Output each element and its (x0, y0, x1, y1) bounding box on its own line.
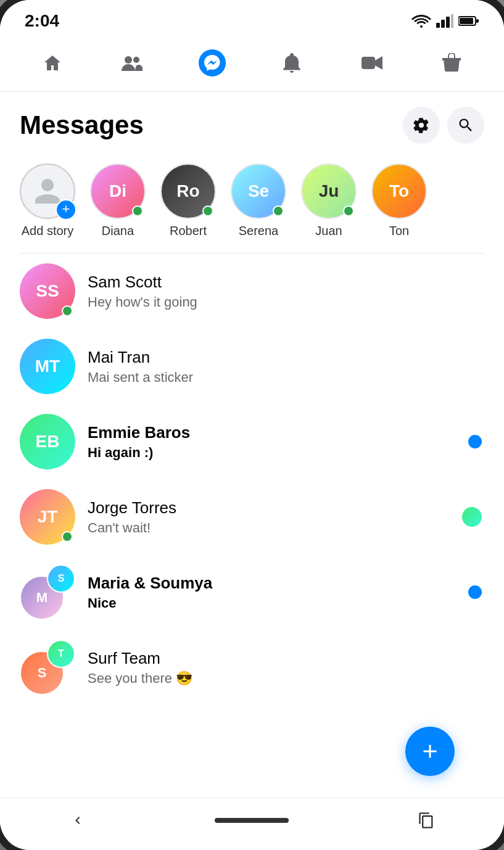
surf-initials-small: T (58, 648, 64, 659)
emmie-info: Emmie Baros Hi again :) (88, 423, 484, 461)
emmie-unread-dot (468, 435, 482, 448)
marketplace-icon (438, 49, 465, 76)
emmie-name: Emmie Baros (88, 423, 484, 442)
compose-button[interactable] (405, 727, 455, 776)
conversation-maria-soumya[interactable]: M S Maria & Soumya Nice (10, 555, 494, 630)
nav-notifications[interactable] (267, 44, 316, 81)
svg-rect-6 (460, 18, 473, 24)
svg-point-0 (420, 25, 423, 28)
status-time: 2:04 (25, 11, 59, 31)
sam-name: Sam Scott (88, 273, 484, 292)
story-juan[interactable]: Ju Juan (301, 163, 357, 238)
serena-avatar-wrap: Se (231, 163, 286, 219)
conversation-emmie-baros[interactable]: EB Emmie Baros Hi again :) (10, 404, 494, 479)
story-robert[interactable]: Ro Robert (160, 163, 216, 238)
maria-soumya-avatar-group: M S (20, 564, 75, 620)
maria-soumya-preview: Nice (88, 595, 484, 611)
serena-label: Serena (239, 224, 279, 238)
nav-friends[interactable] (107, 44, 157, 81)
mai-initials: MT (20, 339, 75, 394)
juan-online-indicator (343, 205, 354, 217)
maria-soumya-unread-indicator (468, 585, 482, 599)
robert-online-indicator (202, 205, 213, 217)
jorge-reply-avatar (462, 507, 482, 527)
surf-avatar-small: T (47, 640, 75, 668)
friends-icon (118, 49, 146, 76)
robert-avatar-wrap: Ro (160, 163, 216, 219)
surf-team-info: Surf Team See you there 😎 (88, 649, 484, 687)
mai-avatar-wrap: MT (20, 339, 75, 394)
messages-title: Messages (20, 110, 144, 140)
add-story-plus-button[interactable]: + (56, 199, 76, 220)
svg-point-9 (133, 57, 139, 63)
header-actions (403, 107, 484, 144)
ton-initials: To (373, 165, 426, 218)
battery-icon (458, 15, 479, 27)
bell-icon (278, 49, 305, 76)
diana-online-indicator (132, 205, 143, 217)
diana-label: Diana (102, 224, 134, 238)
svg-rect-4 (451, 14, 453, 28)
story-diana[interactable]: Di Diana (90, 163, 146, 238)
serena-online-indicator (273, 205, 284, 217)
status-icons (411, 14, 479, 28)
home-icon (39, 49, 66, 76)
video-icon (358, 49, 386, 76)
ton-avatar: To (371, 163, 427, 219)
rotate-button[interactable] (408, 808, 445, 833)
juan-label: Juan (315, 224, 342, 238)
status-bar: 2:04 (0, 0, 504, 37)
ton-avatar-wrap: To (371, 163, 427, 219)
surf-team-preview: See you there 😎 (88, 671, 484, 687)
emmie-avatar: EB (20, 414, 75, 469)
mai-info: Mai Tran Mai sent a sticker (88, 348, 484, 386)
conversation-sam-scott[interactable]: SS Sam Scott Hey how's it going (10, 254, 494, 329)
conversation-list: SS Sam Scott Hey how's it going MT Mai (0, 254, 504, 705)
emmie-initials: EB (20, 414, 75, 469)
search-icon (457, 117, 474, 134)
maria-soumya-unread-dot (468, 585, 482, 599)
sam-online-indicator (62, 305, 73, 316)
svg-rect-2 (441, 20, 445, 28)
nav-messenger[interactable] (188, 44, 237, 81)
nav-video[interactable] (347, 44, 397, 81)
emmie-avatar-wrap: EB (20, 414, 75, 469)
jorge-reply-indicator (462, 507, 482, 527)
emmie-preview: Hi again :) (88, 445, 484, 461)
surf-team-avatar-group: S T (20, 640, 75, 695)
svg-rect-3 (446, 17, 450, 28)
mai-avatar: MT (20, 339, 75, 394)
robert-label: Robert (170, 224, 207, 238)
conversation-mai-tran[interactable]: MT Mai Tran Mai sent a sticker (10, 329, 494, 404)
ton-label: Ton (389, 224, 409, 238)
jorge-preview: Can't wait! (88, 520, 484, 536)
bottom-bar (0, 798, 504, 850)
mai-name: Mai Tran (88, 348, 484, 367)
back-button[interactable] (59, 808, 96, 833)
soumya-avatar-small: S (47, 564, 75, 593)
juan-avatar-wrap: Ju (301, 163, 357, 219)
conversation-jorge-torres[interactable]: JT Jorge Torres Can't wait! (10, 479, 494, 555)
plus-icon: + (62, 202, 70, 216)
settings-button[interactable] (403, 107, 440, 144)
conversation-surf-team[interactable]: S T Surf Team See you there 😎 (10, 630, 494, 705)
add-story-label: Add story (22, 224, 73, 238)
story-serena[interactable]: Se Serena (231, 163, 286, 238)
search-button[interactable] (447, 107, 484, 144)
jorge-info: Jorge Torres Can't wait! (88, 498, 484, 536)
surf-team-name: Surf Team (88, 649, 484, 668)
nav-marketplace[interactable] (427, 44, 476, 81)
mai-preview: Mai sent a sticker (88, 369, 484, 386)
svg-rect-7 (476, 19, 479, 23)
surf-initials-main: S (38, 665, 47, 681)
jorge-name: Jorge Torres (88, 498, 484, 518)
stories-row: + Add story Di Diana Ro (0, 154, 504, 253)
svg-rect-1 (436, 23, 440, 28)
sam-info: Sam Scott Hey how's it going (88, 273, 484, 310)
story-add[interactable]: + Add story (20, 163, 75, 238)
diana-avatar-wrap: Di (90, 163, 146, 219)
home-indicator[interactable] (215, 818, 289, 823)
nav-home[interactable] (28, 44, 77, 81)
story-ton[interactable]: To Ton (371, 163, 427, 238)
emmie-unread-indicator (468, 435, 482, 448)
